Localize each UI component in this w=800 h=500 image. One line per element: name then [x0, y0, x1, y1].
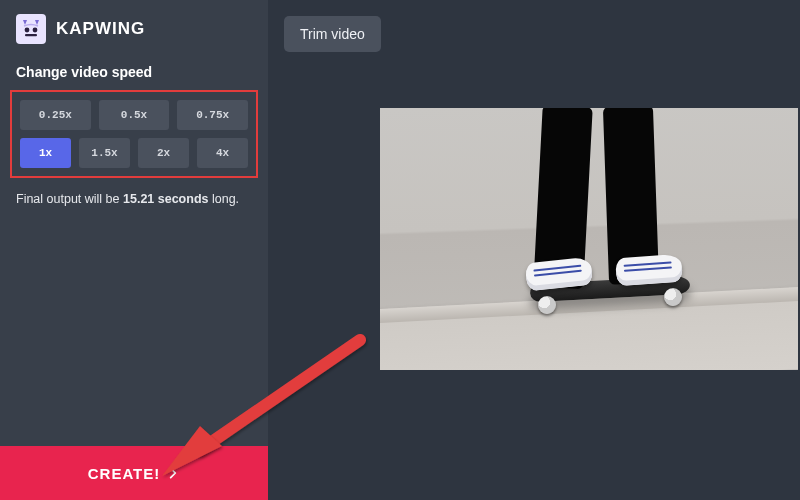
speed-section-title: Change video speed — [0, 54, 268, 90]
output-duration-text: Final output will be 15.21 seconds long. — [0, 178, 268, 220]
trim-video-button[interactable]: Trim video — [284, 16, 381, 52]
svg-rect-0 — [20, 18, 42, 40]
create-button[interactable]: CREATE! — [0, 446, 268, 500]
speed-option-0-75x[interactable]: 0.75x — [177, 100, 248, 130]
speed-option-4x[interactable]: 4x — [197, 138, 248, 168]
svg-point-1 — [25, 28, 30, 33]
speed-option-2x[interactable]: 2x — [138, 138, 189, 168]
svg-point-2 — [33, 28, 38, 33]
svg-rect-3 — [25, 34, 37, 36]
speed-option-1x[interactable]: 1x — [20, 138, 71, 168]
speed-option-0-25x[interactable]: 0.25x — [20, 100, 91, 130]
create-button-label: CREATE! — [88, 465, 161, 482]
speed-selector: 0.25x 0.5x 0.75x 1x 1.5x 2x 4x — [10, 90, 258, 178]
main-panel: Trim video — [268, 0, 800, 500]
brand-name: KAPWING — [56, 19, 145, 39]
sidebar: KAPWING Change video speed 0.25x 0.5x 0.… — [0, 0, 268, 500]
speed-option-1-5x[interactable]: 1.5x — [79, 138, 130, 168]
output-prefix: Final output will be — [16, 192, 123, 206]
output-suffix: long. — [208, 192, 239, 206]
speed-option-0-5x[interactable]: 0.5x — [99, 100, 170, 130]
chevron-right-icon — [166, 466, 180, 480]
brand-header: KAPWING — [0, 0, 268, 54]
output-value: 15.21 seconds — [123, 192, 208, 206]
video-preview[interactable] — [380, 108, 798, 370]
brand-logo-icon — [16, 14, 46, 44]
